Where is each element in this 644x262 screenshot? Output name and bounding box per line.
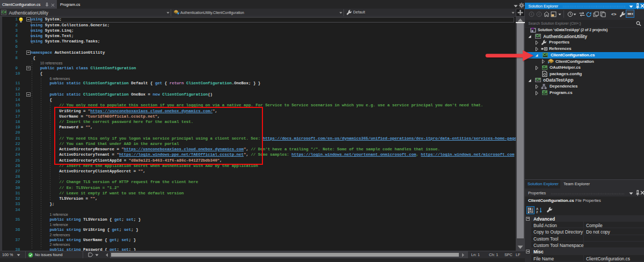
svg-text:Z: Z bbox=[536, 210, 538, 213]
